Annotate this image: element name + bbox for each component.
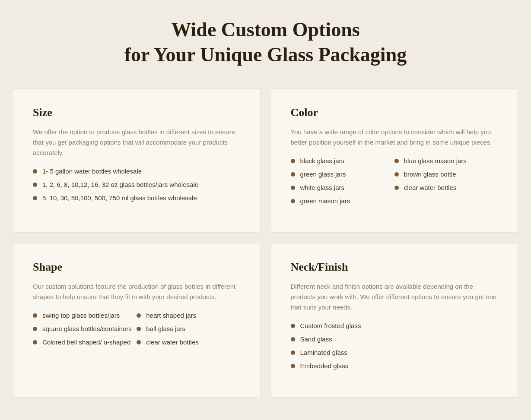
bullet-dot-icon <box>33 327 37 331</box>
bullet-text: Embedded glass <box>300 362 349 369</box>
bullet-text: green glass jars <box>300 171 346 178</box>
card-description-size: We offer the option to produce glass bot… <box>33 127 241 158</box>
bullet-text: brown glass bottle <box>404 171 456 178</box>
bullet-dot-icon <box>394 172 399 177</box>
list-item: 1, 2, 6, 8, 10,12, 16, 32 oz glass bottl… <box>33 181 241 188</box>
bullet-text: 1, 2, 6, 8, 10,12, 16, 32 oz glass bottl… <box>42 181 198 188</box>
bullet-text: 1- 5 gallon water bottles wholesale <box>42 167 142 175</box>
bullet-text: Laminated glass <box>300 349 347 356</box>
list-item: 5, 10, 30, 50,100, 500, 750 ml glass bot… <box>33 194 241 202</box>
col2-color: blue glass mason jarsbrown glass bottlec… <box>394 157 498 211</box>
list-item: swing top glass bottles/jars <box>33 312 137 319</box>
cards-grid: SizeWe offer the option to produce glass… <box>13 88 518 398</box>
col2-shape: heart shaped jarsball glass jarsclear wa… <box>137 312 240 352</box>
page-wrapper: Wide Custom Options for Your Unique Glas… <box>0 0 531 415</box>
list-item: blue glass mason jars <box>394 157 498 164</box>
bullet-dot-icon <box>291 172 295 177</box>
col1-color: black glass jarsgreen glass jarswhite gl… <box>291 157 394 211</box>
card-description-neck-finish: Different neck and finish options are av… <box>291 281 499 313</box>
bullet-columns-color: black glass jarsgreen glass jarswhite gl… <box>291 157 499 211</box>
col1-shape: swing top glass bottles/jarssquare glass… <box>33 312 137 352</box>
card-title-neck-finish: Neck/Finish <box>291 261 499 274</box>
card-title-size: Size <box>33 106 241 119</box>
list-item: white glass jars <box>291 184 394 191</box>
page-title: Wide Custom Options for Your Unique Glas… <box>13 17 518 67</box>
list-item: heart shaped jars <box>137 312 240 319</box>
card-title-shape: Shape <box>33 261 241 274</box>
bullet-dot-icon <box>394 186 399 190</box>
bullet-dot-icon <box>33 169 37 174</box>
card-neck-finish: Neck/FinishDifferent neck and finish opt… <box>271 243 518 398</box>
bullet-dot-icon <box>33 183 37 187</box>
bullet-list-neck-finish: Custom frosted glassSand glassLaminated … <box>291 322 499 376</box>
bullet-text: swing top glass bottles/jars <box>42 312 120 319</box>
bullet-dot-icon <box>291 159 295 163</box>
bullet-text: square glass bottles/containers <box>42 325 132 332</box>
list-item: clear water bottles <box>137 338 240 346</box>
bullet-text: Colored bell shaped/ u-shaped <box>42 338 130 346</box>
bullet-text: clear water bottles <box>146 338 199 346</box>
card-title-color: Color <box>291 106 499 119</box>
bullet-text: heart shaped jars <box>146 312 196 319</box>
bullet-dot-icon <box>137 340 141 344</box>
list-item: Sand glass <box>291 335 499 343</box>
bullet-text: clear water bottles <box>404 184 457 191</box>
bullet-columns-shape: swing top glass bottles/jarssquare glass… <box>33 312 241 352</box>
list-item: square glass bottles/containers <box>33 325 137 332</box>
bullet-text: green mason jars <box>300 197 350 205</box>
card-shape: ShapeOur custom solutions feature the pr… <box>13 243 261 398</box>
bullet-dot-icon <box>291 324 295 328</box>
bullet-dot-icon <box>291 186 295 190</box>
list-item: brown glass bottle <box>394 171 498 178</box>
bullet-dot-icon <box>291 199 295 203</box>
list-item: clear water bottles <box>394 184 498 191</box>
bullet-list-size: 1- 5 gallon water bottles wholesale1, 2,… <box>33 167 241 208</box>
card-size: SizeWe offer the option to produce glass… <box>13 88 261 233</box>
bullet-dot-icon <box>33 313 37 318</box>
bullet-dot-icon <box>291 351 295 355</box>
list-item: ball glass jars <box>137 325 240 332</box>
bullet-text: ball glass jars <box>146 325 185 332</box>
bullet-dot-icon <box>33 196 37 200</box>
bullet-dot-icon <box>394 159 399 163</box>
bullet-text: Custom frosted glass <box>300 322 361 329</box>
list-item: green glass jars <box>291 171 394 178</box>
bullet-dot-icon <box>33 340 37 344</box>
list-item: black glass jars <box>291 157 394 164</box>
bullet-text: 5, 10, 30, 50,100, 500, 750 ml glass bot… <box>42 194 197 202</box>
bullet-text: white glass jars <box>300 184 345 191</box>
bullet-dot-icon <box>291 364 295 368</box>
card-color: ColorYou have a wide range of color opti… <box>271 88 518 233</box>
list-item: 1- 5 gallon water bottles wholesale <box>33 167 241 175</box>
bullet-dot-icon <box>137 313 141 318</box>
bullet-text: Sand glass <box>300 335 332 343</box>
list-item: green mason jars <box>291 197 394 205</box>
bullet-text: black glass jars <box>300 157 345 164</box>
list-item: Colored bell shaped/ u-shaped <box>33 338 137 346</box>
card-description-shape: Our custom solutions feature the product… <box>33 281 241 302</box>
card-description-color: You have a wide range of color options t… <box>291 127 499 148</box>
bullet-dot-icon <box>137 327 141 331</box>
list-item: Custom frosted glass <box>291 322 499 329</box>
list-item: Laminated glass <box>291 349 499 356</box>
bullet-dot-icon <box>291 337 295 341</box>
list-item: Embedded glass <box>291 362 499 369</box>
bullet-text: blue glass mason jars <box>404 157 467 164</box>
